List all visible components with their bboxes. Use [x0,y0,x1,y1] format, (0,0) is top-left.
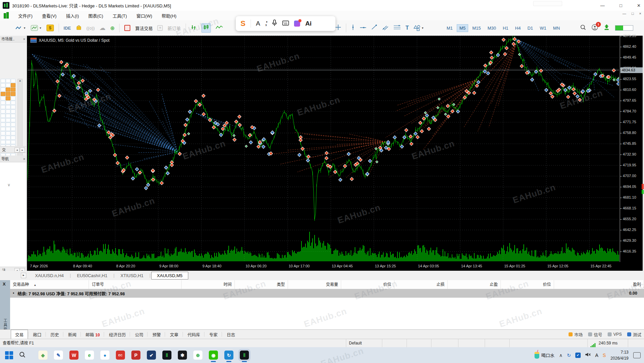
wechat-icon[interactable]: ◉ [209,351,218,360]
market-watch-cell[interactable] [6,127,10,131]
market-watch-cell[interactable] [1,109,5,113]
maximize-button[interactable]: □ [619,3,622,8]
metaeditor-ide-button[interactable]: IDE [64,26,71,31]
market-watch-cell[interactable] [1,83,5,87]
navigator-close-icon[interactable]: × [23,156,25,162]
timeframe-button-w1[interactable]: W1 [537,24,549,32]
tray-volume-muted-icon[interactable] [585,352,591,358]
market-watch-cell[interactable] [11,83,15,87]
tray-expand-icon[interactable]: ∧ [559,353,562,358]
mt-terminal-icon[interactable]: ‖ [162,351,171,360]
market-watch-cell[interactable] [1,96,5,100]
market-watch-cell[interactable] [11,131,15,135]
ime-microphone-icon[interactable] [272,20,277,28]
taskbar-clock[interactable]: 7:13 2026/4/19 [611,349,629,361]
chart-tab-xtiusd-h1[interactable]: XTIUSD,H1 [115,272,149,279]
tab-scroll-right-icon[interactable]: ► [20,147,25,153]
market-watch-cell[interactable] [1,88,5,92]
chart-mode-icon[interactable]: ▼ [15,26,26,30]
market-watch-cell[interactable] [11,109,15,113]
chart-tab-xauusd-n-h4[interactable]: XAUUSD.n,H4 [30,272,69,279]
pen-app-icon[interactable]: ✎ [54,351,63,360]
chart-tab-xauusd-m5[interactable]: XAUUSD,M5 [151,272,188,279]
minimize-button[interactable]: — [600,3,605,8]
notification-center-icon[interactable] [633,352,641,358]
shapes-icon[interactable]: ▼ [414,25,424,31]
crosshair-icon[interactable] [335,24,341,32]
timeframe-button-m15[interactable]: M15 [470,24,483,32]
toolbox-tab-邮箱[interactable]: 邮箱10 [82,330,104,339]
market-watch-close-icon[interactable]: × [23,36,25,42]
column-header-交易量[interactable]: 交易量 [288,280,341,289]
toolbox-tab-文章[interactable]: 文章 [166,330,182,339]
toolbox-tab-敞口[interactable]: 敞口 [29,330,45,339]
menu-item[interactable]: 图表(C) [84,11,108,20]
market-watch-cell[interactable] [1,127,5,131]
sogou-logo-icon[interactable]: S [240,19,246,28]
tick-chart-icon[interactable] [191,24,197,32]
toolbox-button-测试[interactable]: 测试 [627,331,641,338]
menu-item[interactable]: 查看(V) [37,11,61,20]
sync-app-icon[interactable]: ↻ [224,351,233,360]
toolbox-tab-经济日历[interactable]: 经济日历 [105,330,130,339]
search-icon[interactable] [580,24,586,32]
column-header-价位[interactable]: 价位 [341,280,394,289]
chart-tabs-scroll-icon[interactable]: ► [21,273,26,278]
market-watch-cell[interactable] [11,118,15,122]
market-watch-cell[interactable] [6,88,10,92]
child-minimize-button[interactable]: — [622,11,626,15]
toolbox-tab-代码库[interactable]: 代码库 [184,330,204,339]
menu-item[interactable]: 文件(F) [13,11,37,20]
upload-chart-icon[interactable] [604,24,610,32]
green-plus-app-icon[interactable]: ⊕ [193,351,202,360]
market-watch-cell[interactable] [11,123,15,127]
timeframe-button-d1[interactable]: D1 [525,24,536,32]
signals-icon[interactable]: ((o)) [87,26,95,31]
column-header-交易品种[interactable]: 交易品种▲ [10,280,89,289]
toolbox-close-icon[interactable]: X [3,282,6,287]
drink-water-reminder[interactable]: 喝口水 [535,352,554,359]
fibonacci-icon[interactable] [393,24,401,32]
column-header-价位[interactable]: 价位 [501,280,554,289]
market-watch-cell[interactable] [11,96,15,100]
scroll-up-icon[interactable]: ▲ [19,79,22,82]
algo-trading-icon[interactable] [124,25,130,31]
market-watch-cell[interactable] [11,127,15,131]
toolbox-tab-交易[interactable]: 交易 [11,330,28,339]
column-header-订单号[interactable]: 订单号 [89,280,181,289]
toolbox-tab-预警[interactable]: 预警 [148,330,165,339]
new-order-icon[interactable]: + [157,25,163,31]
timeframe-button-h1[interactable]: H1 [500,24,511,32]
ime-keyboard-icon[interactable] [282,20,289,27]
security-app-icon[interactable]: ✔ [147,351,156,360]
market-watch-cell[interactable] [6,118,10,122]
status-profile[interactable]: Default [346,339,382,348]
tray-sogou-icon[interactable]: S [603,353,606,358]
menu-item[interactable]: 帮助(H) [157,11,181,20]
column-header-类型[interactable]: 类型 [235,280,288,289]
toolbox-button-信号[interactable]: 信号 [588,331,602,338]
indicators-icon[interactable]: ▼ [31,25,42,31]
tray-input-lang-icon[interactable]: A [595,353,598,358]
market-watch-cell[interactable] [1,101,5,105]
child-close-button[interactable]: × [639,11,641,15]
timeframe-button-mn[interactable]: MN [550,24,562,32]
wps-word-icon[interactable]: W [69,351,78,360]
ime-punctuation-icon[interactable]: ,' [265,20,267,27]
toolbox-button-市场[interactable]: 市场 [569,331,583,338]
toolbox-button-VPS[interactable]: VPS [608,332,622,337]
time-axis[interactable]: 7 Apr 20268 Apr 09:408 Apr 20:209 Apr 08… [28,263,620,271]
chevron-down-icon[interactable]: ∨ [7,183,10,187]
market-watch-cell[interactable] [1,123,5,127]
channel-icon[interactable] [382,24,389,32]
market-watch-cell[interactable] [11,92,15,96]
market-watch-cell[interactable] [6,131,10,135]
column-header-止损[interactable]: 止损 [394,280,448,289]
toolbox-tab-历史[interactable]: 历史 [46,330,63,339]
line-chart-button[interactable] [216,25,223,31]
tray-defender-icon[interactable]: ✔ [575,353,581,358]
chart-tab-eu50cash-h1[interactable]: EU50Cash#,H1 [71,272,112,279]
pdf-app-icon[interactable]: P [131,351,140,360]
toolbox-tab-公司[interactable]: 公司 [131,330,147,339]
timeframe-button-m1[interactable]: M1 [444,24,455,32]
